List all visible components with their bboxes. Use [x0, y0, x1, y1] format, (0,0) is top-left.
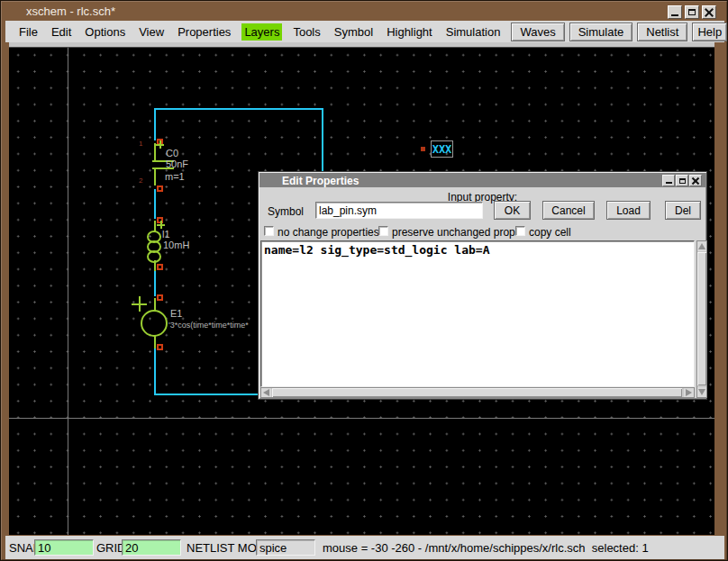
dialog-minimize-button[interactable]: [662, 175, 675, 186]
wire-left-2[interactable]: [154, 189, 156, 219]
menu-highlight[interactable]: Highlight: [384, 23, 435, 41]
window-maximize-button[interactable]: [685, 5, 699, 19]
window-minimize-button[interactable]: [668, 5, 682, 19]
snap-input[interactable]: [34, 539, 94, 556]
symbol-label: Symbol: [268, 205, 304, 218]
titlebar[interactable]: xschem - rlc.sch*: [3, 2, 725, 21]
window-controls: [668, 5, 716, 19]
preserve-unchanged-props-checkbox[interactable]: [378, 226, 388, 236]
minimize-icon: [666, 177, 672, 184]
capacitor-plus-icon: [156, 140, 164, 149]
source-pin-top: [157, 294, 163, 301]
horizontal-scroll-thumb[interactable]: [272, 388, 682, 397]
ok-button[interactable]: OK: [494, 201, 531, 220]
help-button[interactable]: Help: [692, 23, 727, 41]
vertical-scrollbar[interactable]: [696, 240, 707, 398]
vertical-scroll-thumb[interactable]: [697, 252, 706, 385]
waves-button[interactable]: Waves: [511, 23, 564, 41]
grid-input[interactable]: [122, 539, 181, 556]
property-textarea[interactable]: name=l2 sig_type=std_logic lab=A: [260, 240, 695, 387]
menu-layers[interactable]: Layers: [241, 23, 282, 41]
cancel-button[interactable]: Cancel: [542, 201, 595, 220]
menu-edit[interactable]: Edit: [49, 23, 74, 41]
schematic-canvas[interactable]: 1 2 C0 50nF m=1: [9, 42, 714, 535]
dialog-window-controls: [662, 175, 702, 186]
window-close-button[interactable]: [702, 5, 716, 19]
scroll-left-button[interactable]: [261, 388, 271, 397]
menu-symbol[interactable]: Symbol: [332, 23, 376, 41]
inductor-coil: [147, 231, 161, 263]
inductor-plus-icon: [157, 221, 165, 229]
source-ref: E1: [170, 309, 182, 319]
inductor-value: 10mH: [163, 240, 189, 250]
labpin-pin-square: [421, 147, 425, 151]
menubar: File Edit Options View Properties Layers…: [5, 21, 724, 42]
dialog-close-button[interactable]: [689, 175, 702, 186]
scroll-right-button[interactable]: [684, 388, 694, 397]
capacitor-value: 50nF: [166, 159, 188, 169]
window-title: xschem - rlc.sch*: [26, 5, 115, 18]
wire-left-1[interactable]: [154, 108, 156, 140]
dialog-maximize-button[interactable]: [676, 175, 688, 186]
menu-view[interactable]: View: [136, 23, 167, 41]
statusbar: SNAP: GRID: NETLIST MODE: mouse = -30 -2…: [5, 536, 724, 559]
capacitor-pin2-number: 2: [139, 177, 142, 185]
capacitor-lead-top: [154, 143, 156, 160]
xschem-window: xschem - rlc.sch* File Edit Options View…: [0, 0, 728, 561]
maximize-icon: [688, 9, 696, 15]
edit-properties-dialog: Edit Properties Input property: Symbol O…: [258, 171, 707, 400]
arrow-left-icon: [263, 389, 269, 396]
wire-top[interactable]: [155, 108, 323, 110]
dialog-titlebar[interactable]: Edit Properties: [259, 173, 705, 187]
inductor-pin-bottom: [157, 264, 163, 270]
scroll-down-button[interactable]: [697, 387, 706, 397]
maximize-icon: [679, 178, 686, 184]
inductor-lead-bottom: [154, 260, 156, 271]
origin-axis-vertical: [68, 48, 68, 535]
source-circle: [141, 310, 168, 337]
menu-simulation[interactable]: Simulation: [443, 23, 504, 41]
arrow-up-icon: [698, 243, 705, 249]
wire-left-3[interactable]: [154, 269, 156, 296]
capacitor-pin1-number: 1: [139, 140, 142, 148]
dialog-title: Edit Properties: [282, 175, 359, 187]
close-icon: [692, 177, 699, 185]
close-icon: [705, 8, 714, 17]
drawing-area[interactable]: 1 2 C0 50nF m=1: [9, 48, 714, 535]
no-change-properties-label: no change properties: [278, 226, 379, 239]
source-pin-bottom: [157, 344, 163, 350]
capacitor-pin-bottom: [157, 185, 163, 192]
menu-options[interactable]: Options: [82, 23, 128, 41]
source-value: '3*cos(time*time*time*: [168, 321, 249, 330]
simulate-button[interactable]: Simulate: [569, 23, 633, 41]
netlist-button[interactable]: Netlist: [637, 23, 687, 41]
preserve-unchanged-props-label: preserve unchanged props: [392, 226, 521, 239]
copy-cell-checkbox[interactable]: [515, 226, 525, 236]
minimize-icon: [671, 9, 678, 16]
wire-left-4[interactable]: [154, 348, 156, 395]
menu-file[interactable]: File: [16, 23, 41, 41]
arrow-down-icon: [698, 389, 705, 395]
source-lead-bottom: [154, 335, 156, 348]
capacitor-mult: m=1: [165, 172, 185, 182]
horizontal-scrollbar[interactable]: [260, 387, 695, 398]
load-button[interactable]: Load: [606, 201, 651, 220]
source-plus-icon: [132, 296, 147, 312]
symbol-input[interactable]: [315, 202, 483, 219]
no-change-properties-checkbox[interactable]: [264, 226, 274, 236]
capacitor-lead-bottom: [154, 169, 156, 185]
menubar-buttons: Waves Simulate Netlist Help: [511, 23, 727, 41]
menu-tools[interactable]: Tools: [290, 23, 323, 41]
netlist-mode-input[interactable]: [256, 539, 315, 556]
capacitor-ref: C0: [166, 149, 178, 158]
scroll-up-button[interactable]: [697, 241, 706, 251]
mouse-status-text: mouse = -30 -260 - /mnt/x/home/schippes/…: [323, 541, 649, 555]
labpin-label: xxx: [432, 143, 452, 156]
del-button[interactable]: Del: [665, 201, 701, 220]
origin-axis-horizontal: [9, 418, 714, 419]
labpin-selected-symbol[interactable]: xxx: [431, 140, 453, 158]
inductor-ref: l1: [162, 230, 170, 240]
arrow-right-icon: [686, 389, 692, 396]
copy-cell-label: copy cell: [529, 226, 571, 239]
menu-properties[interactable]: Properties: [175, 23, 233, 41]
